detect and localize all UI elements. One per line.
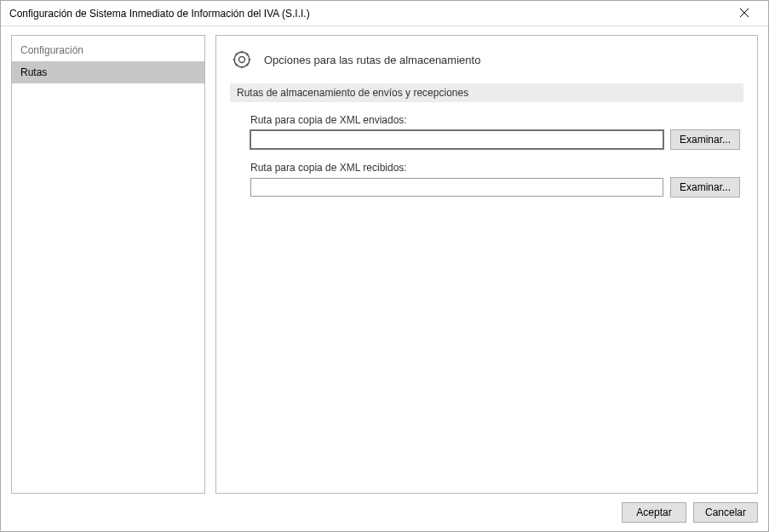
body-row: Configuración Rutas Opciones para las ru… [11,35,758,494]
label-xml-sent: Ruta para copia de XML enviados: [250,114,740,126]
section-title: Rutas de almacenamiento de envíos y rece… [230,83,743,102]
dialog-footer: Aceptar Cancelar [11,494,758,523]
sidebar: Configuración Rutas [11,35,205,494]
label-xml-received: Ruta para copia de XML recibidos: [250,162,740,174]
dialog-window: Configuración de Sistema Inmediato de In… [0,0,769,532]
row-xml-sent: Examinar... [250,129,740,150]
content-heading-text: Opciones para las rutas de almacenamient… [264,54,480,66]
close-icon [740,8,749,20]
accept-button[interactable]: Aceptar [622,502,686,523]
content-heading: Opciones para las rutas de almacenamient… [230,48,743,72]
sidebar-header: Configuración [12,37,204,61]
content-panel: Opciones para las rutas de almacenamient… [215,35,758,494]
sidebar-item-rutas[interactable]: Rutas [12,61,204,83]
cancel-button[interactable]: Cancelar [693,502,758,523]
input-xml-sent-path[interactable] [250,130,663,149]
gear-icon [230,48,254,72]
browse-sent-button[interactable]: Examinar... [670,129,740,150]
window-title: Configuración de Sistema Inmediato de In… [9,8,725,20]
sidebar-item-label: Rutas [20,66,47,78]
fields-block: Ruta para copia de XML enviados: Examina… [230,114,743,209]
svg-point-2 [239,57,245,63]
svg-point-3 [234,52,250,67]
title-bar: Configuración de Sistema Inmediato de In… [1,1,768,26]
browse-received-button[interactable]: Examinar... [670,177,740,197]
client-area: Configuración Rutas Opciones para las ru… [1,26,768,531]
close-button[interactable] [725,2,763,26]
input-xml-received-path[interactable] [250,178,663,197]
row-xml-received: Examinar... [250,177,740,197]
